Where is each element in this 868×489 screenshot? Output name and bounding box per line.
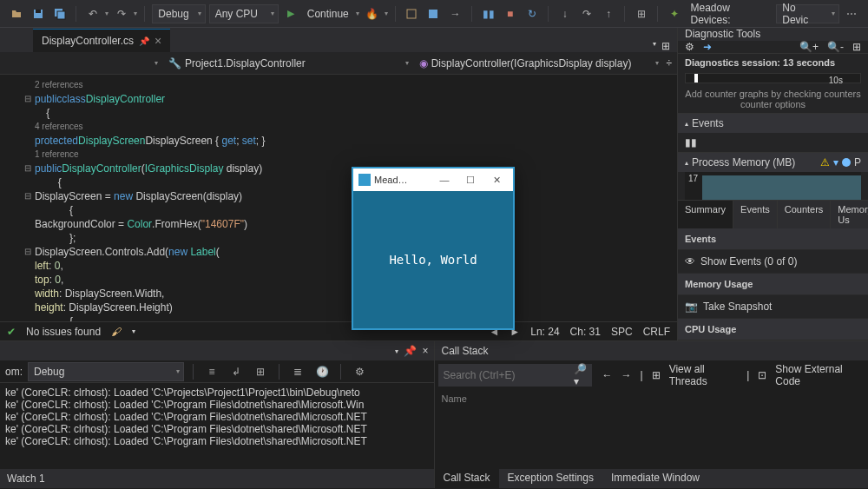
tool-icon-2[interactable] <box>424 4 443 23</box>
tool-icon[interactable]: ⊞ <box>251 362 270 381</box>
callstack-search[interactable]: 🔎▾ <box>438 364 592 387</box>
status-bar: ✔ No issues found 🖌 ▾ ◄ ► Ln: 24 Ch: 31 … <box>0 321 677 340</box>
continue-label[interactable]: Continue <box>307 8 349 20</box>
app-titlebar[interactable]: Mead… — ☐ ✕ <box>353 169 513 191</box>
window-split-icon[interactable]: ⊞ <box>661 40 670 52</box>
minimize-icon[interactable]: — <box>433 169 456 191</box>
nav-project[interactable] <box>5 57 161 69</box>
memory-header[interactable]: Process Memory (MB) ⚠ ▾ P <box>678 153 868 172</box>
config-dropdown[interactable]: Debug <box>152 4 205 23</box>
indent-indicator[interactable]: SPC <box>611 326 633 338</box>
clear-icon[interactable]: ≡ <box>202 362 221 381</box>
continue-button[interactable]: ▶ <box>282 4 300 23</box>
forward-icon[interactable]: → <box>621 369 632 381</box>
pin-icon[interactable]: 📌 <box>404 345 417 357</box>
tool-icon[interactable]: ≣ <box>288 362 307 381</box>
threads-label[interactable]: View all Threads <box>669 363 739 387</box>
output-text[interactable]: ke' (CoreCLR: clrhost): Loaded 'C:\Proje… <box>0 383 434 469</box>
events-section: Events <box>678 228 868 250</box>
issues-label[interactable]: No issues found <box>26 326 101 338</box>
step-into-icon[interactable]: ↓ <box>556 4 574 23</box>
step-over-icon[interactable]: ↷ <box>577 4 595 23</box>
tab-exception[interactable]: Exception Settings <box>499 469 602 488</box>
platform-dropdown[interactable]: Any CPU <box>209 4 279 23</box>
take-snapshot-link[interactable]: 📷Take Snapshot <box>678 295 868 319</box>
redo-icon[interactable]: ↷ <box>112 4 130 23</box>
tab-summary[interactable]: Summary <box>678 201 733 228</box>
diagnostic-panel: Diagnostic Tools ⚙ ➜ 🔍+ 🔍- ⊞ Diagnostics… <box>677 28 868 340</box>
meadow-label: Meadow Devices: <box>691 2 770 26</box>
external-icon[interactable]: ⊡ <box>758 369 766 381</box>
external-label[interactable]: Show External Code <box>775 363 861 387</box>
gear-icon[interactable]: ⚙ <box>685 41 694 53</box>
memory-chart[interactable]: 17 <box>685 172 861 200</box>
reset-zoom-icon[interactable]: ⊞ <box>852 41 861 53</box>
split-icon[interactable]: ÷ <box>666 57 672 69</box>
threads-icon[interactable]: ⊞ <box>652 369 661 381</box>
search-input[interactable] <box>444 369 574 381</box>
show-events-link[interactable]: 👁Show Events (0 of 0) <box>678 250 868 274</box>
arrow-right-icon[interactable]: ➜ <box>703 41 712 53</box>
main-toolbar: ↶ ▾ ↷ ▾ Debug Any CPU ▶ Continue ▾ 🔥 ▾ →… <box>0 0 868 28</box>
close-icon[interactable]: × <box>155 34 161 48</box>
open-icon[interactable] <box>7 4 25 23</box>
app-title: Mead… <box>374 175 430 185</box>
panel-dropdown-icon[interactable]: ▾ <box>395 347 398 355</box>
zoom-out-icon[interactable]: 🔍- <box>827 41 844 53</box>
pin-icon[interactable]: 📌 <box>139 36 149 46</box>
close-icon[interactable]: ✕ <box>485 169 508 191</box>
meadow-icon: ✦ <box>665 4 683 23</box>
debug-app-window[interactable]: Mead… — ☐ ✕ Hello, World <box>352 167 515 330</box>
svg-rect-1 <box>36 10 41 13</box>
step-out-icon[interactable]: ↑ <box>599 4 617 23</box>
callstack-panel: Call Stack 🔎▾ ← → | ⊞ View all Threads |… <box>435 341 869 488</box>
char-indicator[interactable]: Ch: 31 <box>570 326 601 338</box>
brush-icon[interactable]: 🖌 <box>111 326 122 338</box>
restart-icon[interactable]: ↻ <box>523 4 541 23</box>
app-icon <box>358 174 371 186</box>
save-icon[interactable] <box>29 4 47 23</box>
zoom-in-icon[interactable]: 🔍+ <box>799 41 819 53</box>
tab-immediate[interactable]: Immediate Window <box>602 469 708 488</box>
events-header[interactable]: Events <box>678 114 868 133</box>
nav-bar: 🔧 Project1.DisplayController ◉ DisplayCo… <box>0 52 677 75</box>
meadow-dropdown[interactable]: No Devic <box>776 4 839 23</box>
eol-indicator[interactable]: CRLF <box>643 326 670 338</box>
step-icon[interactable]: → <box>446 4 464 23</box>
memory-section: Memory Usage <box>678 274 868 295</box>
more-icon[interactable]: ⋯ <box>843 4 861 23</box>
clock-icon[interactable]: 🕐 <box>312 362 332 381</box>
pause-icon[interactable]: ▮▮ <box>685 136 697 149</box>
svg-rect-4 <box>407 10 416 18</box>
tab-callstack[interactable]: Call Stack <box>435 469 499 488</box>
tab-memory[interactable]: Memory Us <box>831 201 868 228</box>
watch-tab[interactable]: Watch 1 <box>0 469 434 488</box>
code-editor[interactable]: 2 references ⊟ public class DisplayContr… <box>0 75 677 321</box>
tab-counters[interactable]: Counters <box>778 201 832 228</box>
search-icon[interactable]: 🔎▾ <box>574 363 587 387</box>
file-tab[interactable]: DisplayController.cs 📌 × <box>33 29 170 52</box>
undo-icon[interactable]: ↶ <box>83 4 102 23</box>
check-icon: ✔ <box>7 326 16 338</box>
output-source-dropdown[interactable]: Debug <box>28 362 184 381</box>
hot-reload-icon[interactable]: 🔥 <box>363 4 381 23</box>
tab-dropdown-icon[interactable]: ▾ <box>653 40 656 52</box>
timeline[interactable]: 10s <box>685 73 861 83</box>
nav-member[interactable]: ◉ DisplayController(IGraphicsDisplay dis… <box>416 56 663 71</box>
gear-icon[interactable]: ⚙ <box>350 362 369 381</box>
diag-title: Diagnostic Tools <box>678 28 868 41</box>
cpu-section: CPU Usage <box>678 319 868 340</box>
wrap-icon[interactable]: ↲ <box>227 362 246 381</box>
stop-icon[interactable]: ■ <box>501 4 519 23</box>
nav-class[interactable]: 🔧 Project1.DisplayController <box>165 56 412 71</box>
maximize-icon[interactable]: ☐ <box>459 169 482 191</box>
tool-icon-3[interactable]: ⊞ <box>632 4 650 23</box>
tab-events[interactable]: Events <box>733 201 778 228</box>
column-name[interactable]: Name <box>435 390 869 407</box>
line-indicator[interactable]: Ln: 24 <box>530 326 559 338</box>
back-icon[interactable]: ← <box>602 369 613 381</box>
tool-icon-1[interactable] <box>403 4 421 23</box>
close-icon[interactable]: × <box>422 345 428 357</box>
save-all-icon[interactable] <box>50 4 69 23</box>
pause-icon[interactable]: ▮▮ <box>479 4 497 23</box>
